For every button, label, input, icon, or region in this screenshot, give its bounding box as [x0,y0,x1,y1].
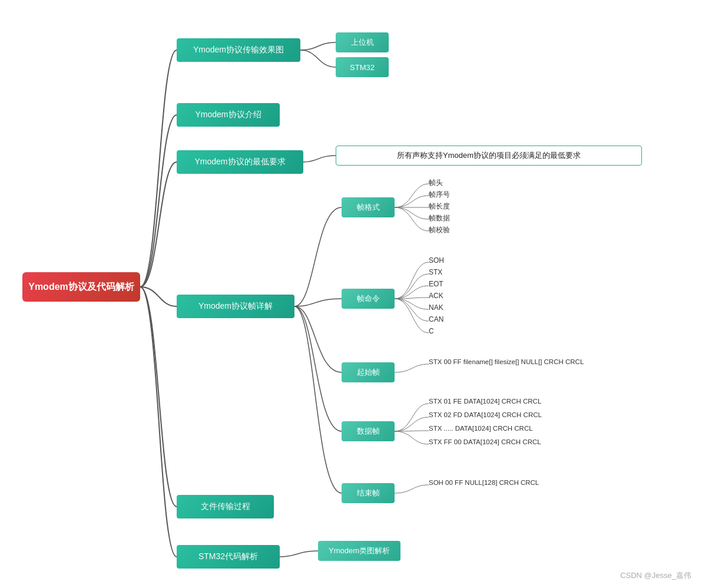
l3-cmd-nak: NAK [429,303,443,312]
l3-data-1: STX 01 FE DATA[1024] CRCH CRCL [429,398,541,405]
l2-frame-cmd: 帧命令 [342,289,395,309]
l1-ymodem-min-req: Ymodem协议的最低要求 [177,150,303,174]
l3-data-4: STX FF 00 DATA[1024] CRCH CRCL [429,438,541,445]
l3-cmd-can: CAN [429,315,443,323]
watermark: CSDN @Jesse_嘉伟 [620,570,691,581]
l3-frame-len: 帧长度 [429,201,450,212]
l3-frame-check: 帧校验 [429,225,450,235]
l1-file-transfer: 文件传输过程 [177,495,274,518]
l2-ymodem-class: Ymodem类图解析 [318,541,400,561]
l3-end-frame: SOH 00 FF NULL[128] CRCH CRCL [429,479,539,486]
canvas: Ymodem协议及代码解析 Ymodem协议传输效果图 Ymodem协议介绍 Y… [0,0,702,588]
l3-cmd-eot: EOT [429,280,443,288]
l3-cmd-soh: SOH [429,256,444,265]
l3-start-frame: STX 00 FF filename[] filesize[] NULL[] C… [429,358,584,365]
l1-ymodem-frame-detail: Ymodem协议帧详解 [177,295,294,318]
l2-frame-data: 数据帧 [342,421,395,441]
l3-data-2: STX 02 FD DATA[1024] CRCH CRCL [429,411,542,418]
l2-upper-machine: 上位机 [336,32,389,52]
l3-cmd-c: C [429,327,434,335]
l3-frame-data-item: 帧数据 [429,213,450,223]
l1-ymodem-transfer: Ymodem协议传输效果图 [177,38,300,62]
l3-cmd-ack: ACK [429,292,443,300]
l3-cmd-stx: STX [429,268,442,276]
l3-data-3: STX ..... DATA[1024] CRCH CRCL [429,425,533,432]
l2-frame-format: 帧格式 [342,197,395,217]
root-node: Ymodem协议及代码解析 [22,272,140,302]
l2-frame-start: 起始帧 [342,362,395,382]
l2-frame-end: 结束帧 [342,483,395,503]
l1-stm32-code: STM32代码解析 [177,545,280,569]
l3-frame-head: 帧头 [429,178,443,188]
l1-ymodem-intro: Ymodem协议介绍 [177,103,280,127]
l2-min-req-text: 所有声称支持Ymodem协议的项目必须满足的最低要求 [336,146,642,166]
l2-stm32: STM32 [336,57,389,77]
l3-frame-seq: 帧序号 [429,190,450,200]
